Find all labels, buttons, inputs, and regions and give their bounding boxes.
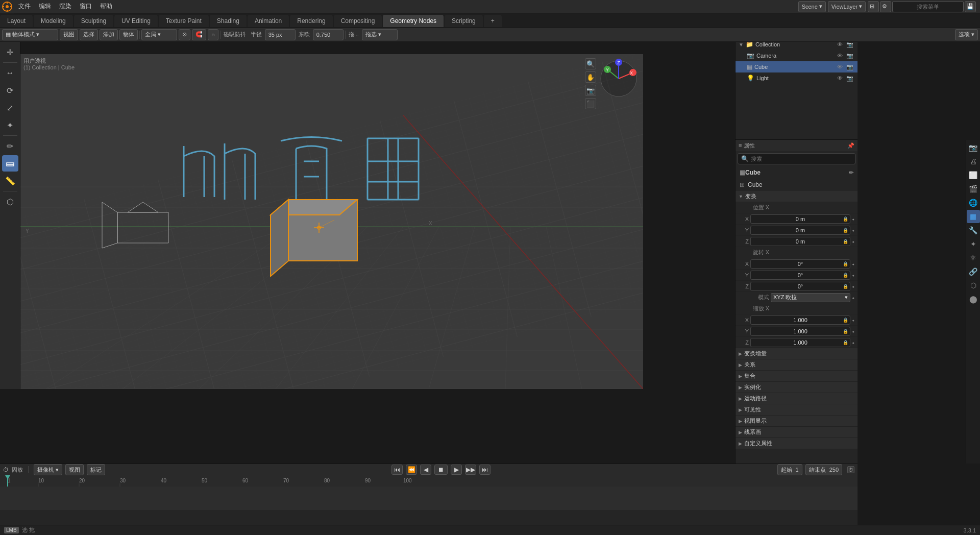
rotation-mode-dropdown[interactable]: XYZ 欧拉 ▾ — [771, 293, 850, 302]
loc-y-lock[interactable]: 🔒 — [843, 228, 848, 233]
menu-file[interactable]: 文件 — [14, 0, 35, 13]
rotate-tool[interactable]: ⟳ — [2, 82, 18, 99]
timeline-markers-btn[interactable]: 标记 — [87, 464, 105, 475]
object-tab[interactable]: ▦ — [967, 210, 980, 223]
tab-shading[interactable]: Shading — [210, 15, 247, 27]
scene-selector[interactable]: Scene ▾ — [798, 1, 826, 12]
move-tool[interactable]: ↔ — [2, 65, 18, 81]
properties-pin-btn[interactable]: 📌 — [847, 142, 854, 149]
cube-vis-icon[interactable]: 👁 — [837, 64, 843, 70]
menu-render[interactable]: 渲染 — [55, 0, 76, 13]
rot-x-anim-btn[interactable]: ⬥ — [852, 261, 854, 266]
jump-start-btn[interactable]: ⏮ — [391, 465, 403, 475]
loc-y-anim-btn[interactable]: ⬥ — [852, 228, 854, 233]
rotation-y-input[interactable]: 0° 🔒 — [750, 271, 850, 280]
properties-search-input[interactable] — [751, 156, 852, 162]
mode-selector[interactable]: ▦ 物体模式 ▾ — [2, 29, 58, 40]
cube-render-icon[interactable]: 📷 — [846, 64, 853, 70]
menu-edit[interactable]: 编辑 — [35, 0, 55, 13]
properties-btn-top[interactable]: ⚙ — [880, 1, 891, 12]
tab-geometry-nodes[interactable]: Geometry Nodes — [383, 15, 444, 27]
custom-props-section[interactable]: ▶ 自定义属性 — [736, 438, 857, 449]
scale-y-anim-btn[interactable]: ⬥ — [852, 329, 854, 334]
location-x-input[interactable]: 0 m 🔒 — [750, 214, 850, 224]
relations-section[interactable]: ▶ 关系 — [736, 359, 857, 371]
viewport-display-section[interactable]: ▶ 视图显示 — [736, 416, 857, 427]
tab-rendering[interactable]: Rendering — [290, 15, 332, 27]
data-tab[interactable]: ⬡ — [967, 279, 980, 292]
rotation-z-input[interactable]: 0° 🔒 — [750, 282, 850, 291]
grease-pencil-section[interactable]: ▶ 线系画 — [736, 427, 857, 438]
object-name-edit-btn[interactable]: ✏ — [849, 169, 853, 176]
scale-z-input[interactable]: 1.000 🔒 — [750, 338, 850, 347]
render-tab[interactable]: 📷 — [967, 141, 980, 154]
global-transform[interactable]: 全局 ▾ — [141, 29, 177, 40]
menu-help[interactable]: 帮助 — [96, 0, 116, 13]
rotation-x-input[interactable]: 0° 🔒 — [750, 259, 850, 269]
tab-layout[interactable]: Layout — [0, 15, 33, 27]
add-primitive[interactable]: ⬡ — [2, 193, 18, 210]
drag-select-dropdown[interactable]: 拖选 ▾ — [362, 29, 398, 40]
play-btn[interactable]: ▶ — [451, 465, 462, 475]
menu-window[interactable]: 窗口 — [76, 0, 96, 13]
scale-x-lock[interactable]: 🔒 — [843, 318, 848, 323]
jump-end-btn[interactable]: ⏭ — [479, 465, 491, 475]
tab-modeling[interactable]: Modeling — [34, 15, 73, 27]
object-menu[interactable]: 物体 — [119, 29, 138, 40]
scale-y-lock[interactable]: 🔒 — [843, 329, 848, 334]
tab-add-workspace[interactable]: + — [484, 15, 502, 27]
start-frame-display[interactable]: 起始 1 — [777, 464, 802, 475]
stop-btn[interactable]: ⏹ — [434, 465, 448, 475]
timeline-view-btn[interactable]: 视图 — [65, 464, 84, 475]
world-tab[interactable]: 🌐 — [967, 196, 980, 209]
motion-paths-section[interactable]: ▶ 运动路径 — [736, 393, 857, 404]
rot-z-lock[interactable]: 🔒 — [843, 284, 848, 289]
constraints-tab[interactable]: 🔗 — [967, 265, 980, 278]
scale-x-anim-btn[interactable]: ⬥ — [852, 318, 854, 323]
rot-y-anim-btn[interactable]: ⬥ — [852, 273, 854, 278]
loc-x-anim-btn[interactable]: ⬥ — [852, 216, 854, 222]
proportional-btn[interactable]: ○ — [208, 29, 218, 40]
nav-gizmo[interactable]: X Y Z — [598, 58, 639, 99]
annotate-tool[interactable]: ✏ — [2, 138, 18, 154]
transform-tool[interactable]: ✦ — [2, 117, 18, 133]
prev-frame-btn[interactable]: ⏪ — [406, 465, 417, 475]
delta-transform-section[interactable]: ▶ 变换增量 — [736, 348, 857, 359]
tab-sculpting[interactable]: Sculpting — [74, 15, 113, 27]
camera-render-icon[interactable]: 📷 — [846, 53, 853, 59]
collection-vis-icon[interactable]: 👁 — [837, 41, 843, 47]
location-z-input[interactable]: 0 m 🔒 — [750, 237, 850, 246]
camera-vis-icon[interactable]: 👁 — [837, 53, 843, 59]
tab-compositing[interactable]: Compositing — [334, 15, 382, 27]
scale-tool[interactable]: ⤢ — [2, 100, 18, 116]
loc-z-anim-btn[interactable]: ⬥ — [852, 239, 854, 244]
measure-tool[interactable]: 📏 — [2, 173, 18, 189]
outliner-light[interactable]: 💡 Light 👁 📷 — [736, 72, 857, 84]
annotate-draw[interactable] — [2, 155, 18, 172]
transform-header[interactable]: ▼ 变换 — [736, 191, 857, 202]
tab-uv-editing[interactable]: UV Editing — [114, 15, 158, 27]
options-btn[interactable]: 选项 ▾ — [955, 29, 978, 40]
tab-animation[interactable]: Animation — [248, 15, 289, 27]
pivot-btn[interactable]: ⊙ — [179, 29, 190, 40]
blender-logo-icon[interactable] — [0, 0, 14, 13]
pan-icon[interactable]: ✋ — [585, 71, 596, 83]
fps-icon[interactable]: ⏱ — [847, 466, 854, 473]
radius-value[interactable]: 35 px — [265, 29, 296, 40]
snap-btn[interactable]: 🧲 — [192, 29, 206, 40]
loc-z-lock[interactable]: 🔒 — [843, 239, 848, 244]
rot-y-lock[interactable]: 🔒 — [843, 273, 848, 278]
timeline-camera-btn[interactable]: 摄像机 ▾ — [34, 464, 62, 475]
rot-x-lock[interactable]: 🔒 — [843, 261, 848, 266]
physics-tab[interactable]: ⚛ — [967, 251, 980, 264]
loc-x-lock[interactable]: 🔒 — [843, 216, 848, 222]
outliner-cube[interactable]: ▦ Cube 👁 📷 — [736, 61, 857, 72]
rot-z-anim-btn[interactable]: ⬥ — [852, 284, 854, 289]
select-menu[interactable]: 选择 — [80, 29, 98, 40]
next-keyframe-btn[interactable]: ▶▶ — [465, 465, 476, 475]
light-vis-icon[interactable]: 👁 — [837, 75, 843, 81]
end-frame-display[interactable]: 结束点 250 — [805, 464, 842, 475]
instancing-section[interactable]: ▶ 实例化 — [736, 382, 857, 393]
location-y-input[interactable]: 0 m 🔒 — [750, 226, 850, 235]
cursor-tool[interactable]: ✛ — [2, 44, 18, 60]
